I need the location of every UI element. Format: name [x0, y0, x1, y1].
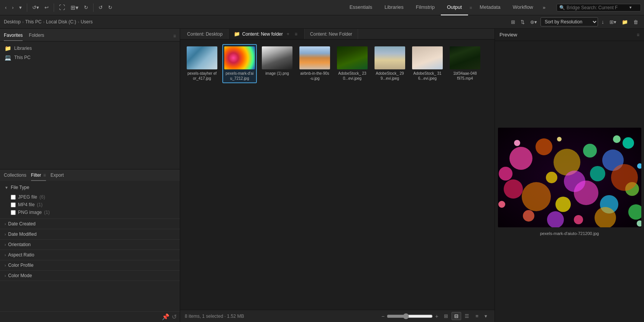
search-input[interactable]: [567, 5, 628, 10]
filter-mp4[interactable]: MP4 file (1): [11, 201, 175, 209]
content-tabs: Content: Desktop 📁 Content: New folder +…: [180, 29, 495, 39]
output-module-button[interactable]: ⊞▾: [69, 3, 80, 12]
tab-favorites[interactable]: Favorites: [4, 31, 23, 41]
filter-aspect-header[interactable]: › Aspect Ratio: [0, 250, 180, 260]
nav-forward-button[interactable]: ›: [10, 3, 15, 12]
svg-point-14: [547, 211, 564, 227]
sort-select[interactable]: Sort by Resolution Sort by Filename Sort…: [540, 17, 598, 26]
tab-menu-button[interactable]: ≡: [295, 31, 297, 37]
preview-menu-icon[interactable]: ≡: [637, 32, 639, 38]
preview-bokeh-svg: [498, 128, 641, 227]
zoom-slider[interactable]: [387, 313, 433, 319]
filter-png-checkbox[interactable]: [11, 210, 16, 215]
undo-button[interactable]: ↺: [97, 3, 105, 12]
sort-order-button[interactable]: ⇅: [519, 18, 527, 26]
file-item-3[interactable]: image (1).png: [260, 44, 294, 83]
content-tab-new-folder[interactable]: 📁 Content: New folder + ≡: [228, 29, 305, 39]
new-folder-button[interactable]: 📁: [620, 18, 630, 26]
tab-collections[interactable]: Collections: [4, 171, 26, 181]
view-details-button[interactable]: ☰: [462, 312, 472, 320]
svg-point-19: [611, 164, 638, 191]
filter-jpeg-checkbox[interactable]: [11, 195, 16, 200]
fav-this-pc-label: This PC: [14, 55, 31, 60]
tab-essentials[interactable]: Essentials: [343, 0, 378, 15]
center-content: Content: Desktop 📁 Content: New folder +…: [180, 29, 495, 322]
tab-export[interactable]: Export: [51, 171, 64, 181]
sort-direction-button[interactable]: ↓: [600, 18, 606, 26]
zoom-in-button[interactable]: +: [435, 313, 438, 319]
tab-output[interactable]: Output: [441, 0, 468, 15]
filter-menu-icon[interactable]: ≡: [43, 172, 46, 178]
filter-orientation-header[interactable]: › Orientation: [0, 240, 180, 250]
tab-libraries[interactable]: Libraries: [378, 0, 410, 15]
file-item-6[interactable]: AdobeStock_ 299...evi.jpeg: [373, 44, 407, 83]
redo-button[interactable]: ↻: [106, 3, 114, 12]
workspace-button[interactable]: ⊞▾: [608, 18, 618, 26]
breadcrumb-tools: ⊞ ⇅ ⊛▾ Sort by Resolution Sort by Filena…: [509, 17, 640, 26]
svg-point-24: [557, 137, 562, 141]
breadcrumb-this-pc[interactable]: This PC: [25, 19, 42, 25]
tab-filmstrip[interactable]: Filmstrip: [410, 0, 441, 15]
breadcrumb-users[interactable]: Users: [80, 19, 92, 25]
filter-date-modified-header[interactable]: › Date Modified: [0, 229, 180, 239]
nav-dropdown-button[interactable]: ▾: [17, 3, 24, 12]
add-tab-button[interactable]: +: [287, 31, 289, 37]
search-box: 🔍 ▾: [557, 4, 641, 12]
view-list-button[interactable]: ≡: [473, 312, 481, 320]
file-item-7[interactable]: AdobeStock_ 316...evi.jpeg: [410, 44, 445, 83]
tab-filter[interactable]: Filter ≡: [31, 171, 46, 181]
reset-filter-button[interactable]: ↺: [172, 313, 177, 320]
tab-folders[interactable]: Folders: [29, 31, 44, 41]
fav-this-pc[interactable]: 💻 This PC: [0, 53, 180, 62]
file-item-2[interactable]: pexels-mark-d'aiu_7212.jpg: [222, 44, 257, 83]
more-tabs-button[interactable]: »: [541, 3, 547, 12]
nav-back-button[interactable]: ‹: [3, 3, 8, 12]
fav-libraries[interactable]: 📁 Libraries: [0, 44, 180, 53]
refresh-button[interactable]: ↻: [82, 3, 90, 12]
breadcrumb-desktop[interactable]: Desktop: [4, 19, 21, 25]
view-grid-button[interactable]: ⊞: [441, 312, 451, 320]
panel-menu-icon[interactable]: ≡: [173, 33, 176, 39]
sep-3: ›: [78, 20, 79, 24]
file-item-1[interactable]: pexels-stayher efor_417.jpg: [185, 44, 219, 83]
main-area: Favorites Folders ≡ 📁 Libraries 💻 This P…: [0, 29, 644, 322]
tab-metadata[interactable]: Metadata: [473, 0, 506, 15]
view-thumbnail-button[interactable]: ⊟: [452, 312, 461, 320]
breadcrumb-local-disk[interactable]: Local Disk (C:): [46, 19, 76, 25]
file-item-4[interactable]: airbnb-in-the-90s-u.jpg: [297, 44, 332, 83]
content-tab-new-folder2[interactable]: Content: New Folder: [305, 29, 358, 39]
filter-jpeg-label: JPEG file: [18, 194, 37, 200]
filter-date-created-header[interactable]: › Date Created: [0, 219, 180, 229]
filter-color-mode-header[interactable]: › Color Mode: [0, 271, 180, 281]
filter-filetype-header[interactable]: ▼ File Type: [0, 182, 180, 192]
nav-return-button[interactable]: ↩: [43, 3, 51, 12]
svg-point-15: [574, 215, 583, 224]
breadcrumb-bar: Desktop › This PC › Local Disk (C:) › Us…: [0, 15, 644, 29]
camera-raw-button[interactable]: ⛶: [57, 3, 67, 12]
sep1: [27, 3, 27, 12]
view-mode-button[interactable]: ⊞: [509, 18, 517, 26]
svg-point-7: [504, 179, 523, 199]
filter-color-profile-header[interactable]: › Color Profile: [0, 260, 180, 270]
filter-jpeg[interactable]: JPEG file (6): [11, 193, 175, 201]
filter-button[interactable]: ⊛▾: [528, 18, 539, 26]
nav-recent-button[interactable]: ↺▾: [30, 3, 41, 12]
file-item-5[interactable]: AdobeStock_ 230...evi.jpeg: [335, 44, 370, 83]
content-tab-desktop[interactable]: Content: Desktop: [182, 29, 228, 39]
filter-png[interactable]: PNG image (1): [11, 209, 175, 216]
expand-arrow-icon-6: ›: [5, 274, 6, 278]
file-item-8[interactable]: 1bf34aae-048f975.mp4: [448, 44, 482, 83]
computer-icon: 💻: [5, 54, 11, 61]
pin-button[interactable]: 📌: [162, 313, 169, 320]
filter-section-date-modified: › Date Modified: [0, 229, 180, 240]
filter-mp4-checkbox[interactable]: [11, 202, 16, 207]
view-more-button[interactable]: ▾: [482, 312, 490, 320]
bottom-tabs-bar: Collections Filter ≡ Export: [0, 169, 180, 181]
file-label-4: airbnb-in-the-90s-u.jpg: [300, 71, 330, 81]
tab-workflow[interactable]: Workflow: [507, 0, 539, 15]
delete-button[interactable]: 🗑: [631, 18, 640, 26]
search-dropdown-button[interactable]: ▾: [629, 5, 632, 10]
svg-point-27: [498, 201, 505, 208]
collapse-arrow-icon: ▼: [5, 186, 8, 190]
zoom-out-button[interactable]: −: [381, 313, 384, 319]
